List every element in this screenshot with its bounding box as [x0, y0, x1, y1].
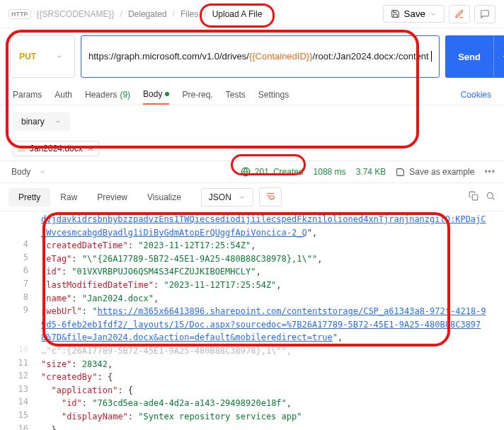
globe-icon: [241, 167, 251, 177]
crumb-files[interactable]: Files: [181, 9, 198, 19]
http-method-icon: HTTP: [8, 9, 31, 19]
comment-icon: [480, 9, 490, 19]
warning-icon: ⚠: [18, 144, 25, 153]
tab-body[interactable]: Body: [143, 85, 169, 105]
save-icon: [396, 168, 405, 177]
response-format-select[interactable]: JSON: [201, 188, 253, 207]
wrap-icon: [265, 192, 275, 200]
copy-button[interactable]: [469, 191, 479, 203]
crumb-delegated[interactable]: Delegated: [128, 9, 167, 19]
send-options-button[interactable]: [493, 35, 504, 78]
body-type-select[interactable]: binary: [13, 112, 70, 131]
viewtab-pretty[interactable]: Pretty: [8, 188, 50, 207]
method-select[interactable]: PUT: [10, 35, 75, 78]
edit-button[interactable]: [449, 5, 470, 23]
wrap-lines-button[interactable]: [259, 187, 282, 207]
tab-auth[interactable]: Auth: [55, 86, 72, 104]
svg-rect-2: [472, 194, 478, 200]
remove-file-button[interactable]: ✕: [87, 144, 94, 153]
chevron-down-icon: [430, 11, 437, 18]
tab-settings[interactable]: Settings: [258, 86, 289, 104]
response-time: 1088 ms: [314, 167, 346, 177]
chevron-down-icon: [55, 118, 62, 125]
viewtab-preview[interactable]: Preview: [87, 188, 137, 207]
response-section-label: Body: [11, 167, 30, 177]
binary-file-chip[interactable]: ⚠ Jan2024.docx ✕: [13, 141, 99, 156]
tab-params[interactable]: Params: [13, 86, 42, 104]
url-input[interactable]: https://graph.microsoft.com/v1.0/drives/…: [81, 35, 440, 78]
crumb-codename[interactable]: {{SRSCODENAME}}: [37, 9, 115, 19]
svg-line-4: [493, 198, 495, 200]
chevron-down-icon: [56, 53, 63, 60]
save-icon: [391, 9, 400, 18]
tab-headers[interactable]: Headers (9): [85, 86, 130, 104]
search-icon: [486, 191, 496, 201]
save-button[interactable]: Save: [383, 5, 445, 23]
send-button[interactable]: Send: [445, 35, 493, 78]
pencil-icon: [454, 9, 464, 19]
tab-tests[interactable]: Tests: [226, 86, 246, 104]
tab-prereq[interactable]: Pre-req.: [182, 86, 212, 104]
search-response-button[interactable]: [486, 191, 496, 203]
comment-button[interactable]: [474, 5, 496, 23]
response-body[interactable]: dvjdavkidrsbnbybzzpadvzEns1TWQiecsediodi…: [0, 211, 504, 430]
chevron-down-icon: [239, 194, 246, 201]
file-name: Jan2024.docx: [30, 144, 83, 153]
viewtab-visualize[interactable]: Visualize: [137, 188, 191, 207]
more-menu[interactable]: •••: [484, 167, 496, 177]
copy-icon: [469, 191, 479, 201]
breadcrumb: HTTP {{SRSCODENAME}} / Delegated / Files…: [8, 9, 383, 19]
chevron-down-icon: [501, 53, 504, 60]
save-as-example-button[interactable]: Save as example: [396, 167, 474, 177]
cookies-link[interactable]: Cookies: [461, 90, 491, 100]
dirty-dot-icon: [165, 92, 169, 96]
viewtab-raw[interactable]: Raw: [50, 188, 87, 207]
chevron-down-icon[interactable]: [39, 168, 46, 175]
response-size: 3.74 KB: [356, 167, 386, 177]
status-badge: 201 Created: [241, 167, 304, 177]
svg-point-3: [487, 192, 493, 198]
crumb-current: Upload A File: [212, 9, 263, 19]
